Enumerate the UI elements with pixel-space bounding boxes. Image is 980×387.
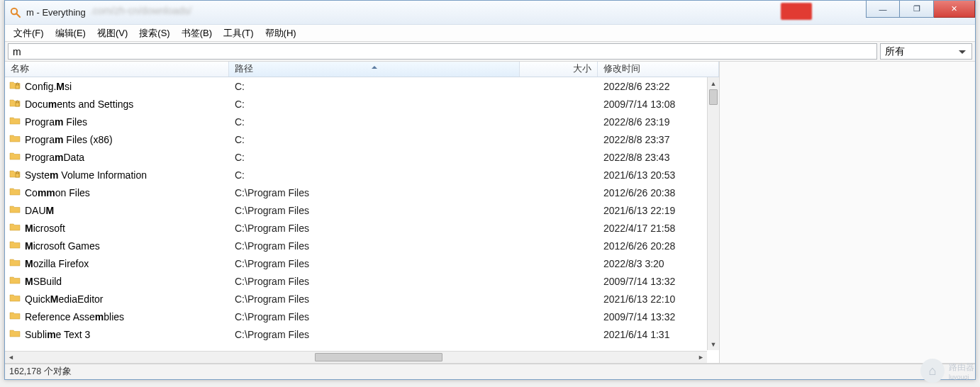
- menu-item-3[interactable]: 搜索(S): [133, 26, 175, 41]
- app-icon: [9, 6, 22, 19]
- file-date: 2021/6/13 22:10: [598, 293, 719, 305]
- window-controls: — ❐ ✕: [866, 1, 975, 18]
- file-date: 2022/8/8 23:37: [598, 134, 719, 145]
- svg-rect-3: [16, 103, 19, 106]
- folder-icon: [9, 327, 21, 341]
- folder-icon: [9, 257, 21, 270]
- table-row[interactable]: MSBuildC:\Program Files2009/7/14 13:32: [5, 272, 719, 290]
- file-date: 2012/6/26 20:28: [598, 240, 719, 252]
- file-date: 2009/7/14 13:32: [598, 276, 719, 287]
- file-date: 2022/8/6 23:22: [598, 81, 719, 92]
- scroll-thumb[interactable]: [709, 89, 718, 105]
- results-rows[interactable]: Config.MsiC:2022/8/6 23:22Documents and …: [5, 77, 719, 363]
- app-window: m - Everything .com/zh-cn/downloads/ — ❐…: [4, 0, 976, 380]
- menu-item-0[interactable]: 文件(F): [8, 26, 50, 41]
- col-header-date[interactable]: 修改时间: [598, 62, 719, 77]
- table-row[interactable]: Program FilesC:2022/8/6 23:19: [5, 113, 719, 130]
- blurred-red-badge: [781, 3, 812, 20]
- file-date: 2021/6/13 22:19: [598, 205, 719, 216]
- watermark-sub: luyouqi: [949, 374, 974, 381]
- table-row[interactable]: System Volume InformationC:2021/6/13 20:…: [5, 166, 719, 184]
- file-path: C:: [229, 99, 520, 110]
- file-path: C:\Program Files: [229, 293, 520, 305]
- preview-pane: [720, 62, 975, 363]
- folder-icon: [9, 292, 21, 305]
- file-name: MSBuild: [25, 276, 62, 287]
- file-path: C:\Program Files: [229, 205, 520, 216]
- menu-item-2[interactable]: 视图(V): [91, 26, 133, 41]
- table-row[interactable]: Microsoft GamesC:\Program Files2012/6/26…: [5, 237, 719, 254]
- table-row[interactable]: Sublime Text 3C:\Program Files2021/6/14 …: [5, 325, 719, 343]
- filter-dropdown[interactable]: 所有: [880, 43, 972, 60]
- menu-item-4[interactable]: 书签(B): [176, 26, 218, 41]
- svg-rect-4: [16, 174, 19, 177]
- col-header-name[interactable]: 名称: [5, 62, 229, 77]
- close-button[interactable]: ✕: [934, 1, 975, 18]
- menu-item-6[interactable]: 帮助(H): [260, 26, 302, 41]
- file-date: 2009/7/14 13:32: [598, 311, 719, 322]
- table-row[interactable]: Config.MsiC:2022/8/6 23:22: [5, 77, 719, 95]
- folder-icon: [9, 310, 21, 323]
- hscroll-track[interactable]: [17, 352, 695, 363]
- file-name: Config.Msi: [25, 81, 72, 92]
- file-path: C:\Program Files: [229, 311, 520, 322]
- main-area: 名称 路径 大小 修改时间 Config.MsiC:2022/8/6 23:22…: [5, 62, 975, 364]
- minimize-button[interactable]: —: [866, 1, 900, 18]
- maximize-button[interactable]: ❐: [900, 1, 934, 18]
- locked-folder-icon: [9, 97, 21, 111]
- column-headers: 名称 路径 大小 修改时间: [5, 62, 719, 77]
- search-input[interactable]: [8, 43, 877, 60]
- file-name: Common Files: [25, 187, 90, 198]
- locked-folder-icon: [9, 168, 21, 181]
- hscroll-thumb[interactable]: [315, 353, 442, 361]
- table-row[interactable]: ProgramDataC:2022/8/8 23:43: [5, 148, 719, 166]
- table-row[interactable]: Mozilla FirefoxC:\Program Files2022/8/3 …: [5, 254, 719, 272]
- file-date: 2009/7/14 13:08: [598, 99, 719, 110]
- file-path: C:: [229, 116, 520, 128]
- titlebar[interactable]: m - Everything .com/zh-cn/downloads/ — ❐…: [5, 1, 975, 25]
- col-header-path[interactable]: 路径: [229, 62, 520, 77]
- file-name: System Volume Information: [25, 169, 147, 181]
- file-date: 2022/8/6 23:19: [598, 116, 719, 128]
- file-name: Microsoft: [25, 223, 65, 234]
- scroll-down-icon[interactable]: ▼: [708, 338, 719, 350]
- menu-item-1[interactable]: 编辑(E): [50, 26, 91, 41]
- results-list: 名称 路径 大小 修改时间 Config.MsiC:2022/8/6 23:22…: [5, 62, 720, 363]
- file-path: C:\Program Files: [229, 223, 520, 234]
- table-row[interactable]: DAUMC:\Program Files2021/6/13 22:19: [5, 201, 719, 219]
- table-row[interactable]: Documents and SettingsC:2009/7/14 13:08: [5, 95, 719, 113]
- menu-item-5[interactable]: 工具(T): [218, 26, 260, 41]
- col-header-size[interactable]: 大小: [520, 62, 598, 77]
- scroll-up-icon[interactable]: ▲: [708, 77, 719, 89]
- folder-icon: [9, 239, 21, 252]
- file-date: 2022/4/17 21:58: [598, 223, 719, 234]
- scroll-left-icon[interactable]: ◄: [5, 352, 17, 363]
- file-path: C:: [229, 134, 520, 145]
- watermark-label: 路由器: [949, 361, 974, 374]
- horizontal-scrollbar[interactable]: ◄ ►: [5, 351, 707, 363]
- file-date: 2012/6/26 20:38: [598, 187, 719, 198]
- file-path: C:\Program Files: [229, 276, 520, 287]
- locked-folder-icon: [9, 79, 21, 93]
- file-name: Program Files: [25, 116, 87, 128]
- table-row[interactable]: Reference AssembliesC:\Program Files2009…: [5, 308, 719, 325]
- folder-icon: [9, 186, 21, 199]
- scroll-right-icon[interactable]: ►: [695, 352, 707, 363]
- scroll-track[interactable]: [708, 89, 719, 338]
- table-row[interactable]: Common FilesC:\Program Files2012/6/26 20…: [5, 184, 719, 201]
- table-row[interactable]: MicrosoftC:\Program Files2022/4/17 21:58: [5, 219, 719, 237]
- file-name: Microsoft Games: [25, 240, 100, 252]
- vertical-scrollbar[interactable]: ▲ ▼: [707, 77, 719, 350]
- folder-icon: [9, 203, 21, 217]
- filter-selected: 所有: [885, 45, 905, 58]
- file-name: Reference Assemblies: [25, 311, 124, 322]
- file-path: C:: [229, 152, 520, 163]
- table-row[interactable]: Program Files (x86)C:2022/8/8 23:37: [5, 130, 719, 148]
- search-row: 所有: [5, 42, 975, 62]
- folder-icon: [9, 274, 21, 288]
- blurred-bg-text: .com/zh-cn/downloads/: [90, 5, 191, 16]
- svg-line-1: [16, 13, 20, 17]
- table-row[interactable]: QuickMediaEditorC:\Program Files2021/6/1…: [5, 290, 719, 308]
- window-title: m - Everything: [26, 7, 86, 18]
- file-date: 2021/6/14 1:31: [598, 329, 719, 340]
